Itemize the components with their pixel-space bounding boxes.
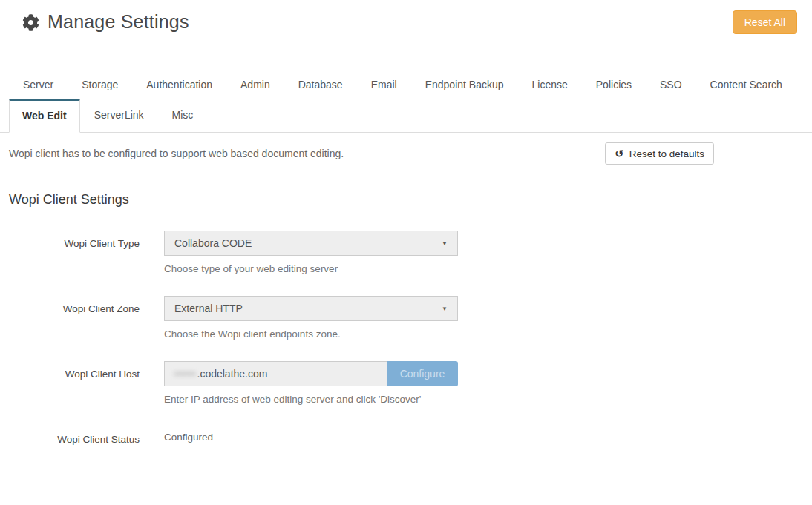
reset-all-button[interactable]: Reset All (733, 10, 797, 34)
page-title: Manage Settings (48, 11, 189, 33)
caret-down-icon: ▼ (442, 306, 448, 312)
wopi-client-host-row: Wopi Client Host ••••• .codelathe.com Co… (9, 361, 797, 405)
tab-admin[interactable]: Admin (226, 71, 284, 99)
tab-endpoint-backup[interactable]: Endpoint Backup (411, 71, 518, 99)
wopi-client-zone-value: External HTTP (174, 303, 243, 314)
tab-sso[interactable]: SSO (646, 71, 696, 99)
subtab-web-edit[interactable]: Web Edit (9, 99, 80, 133)
tab-authentication[interactable]: Authentication (132, 71, 226, 99)
reset-to-defaults-label: Reset to defaults (629, 148, 704, 159)
page-header: Manage Settings Reset All (0, 0, 812, 44)
reset-to-defaults-button[interactable]: ↺ Reset to defaults (605, 142, 714, 165)
redacted-host-prefix: ••••• (174, 368, 197, 380)
tab-database[interactable]: Database (284, 71, 357, 99)
tab-storage[interactable]: Storage (68, 71, 132, 99)
wopi-client-status-label: Wopi Client Status (9, 426, 140, 445)
tab-email[interactable]: Email (357, 71, 411, 99)
wopi-client-status-row: Wopi Client Status Configured (9, 426, 797, 445)
subtab-misc[interactable]: Misc (158, 99, 208, 132)
wopi-client-host-input[interactable]: ••••• .codelathe.com (164, 361, 387, 386)
tab-content-search[interactable]: Content Search (696, 71, 796, 99)
tab-server[interactable]: Server (9, 71, 68, 99)
wopi-client-zone-help: Choose the Wopi client endpoints zone. (164, 329, 458, 340)
wopi-client-type-select[interactable]: Collabora CODE ▼ (164, 231, 458, 256)
wopi-client-host-label: Wopi Client Host (9, 361, 140, 405)
wopi-client-zone-row: Wopi Client Zone External HTTP ▼ Choose … (9, 296, 797, 340)
wopi-settings-form: Wopi Client Type Collabora CODE ▼ Choose… (9, 231, 797, 445)
server-subtabs: Web Edit ServerLink Misc (0, 99, 812, 133)
wopi-client-host-help: Enter IP address of web editing server a… (164, 394, 458, 405)
wopi-client-zone-label: Wopi Client Zone (9, 296, 140, 340)
settings-tabs: Server Storage Authentication Admin Data… (9, 71, 812, 99)
wopi-client-type-value: Collabora CODE (174, 237, 252, 249)
undo-icon: ↺ (615, 148, 623, 159)
section-title: Wopi Client Settings (9, 192, 797, 208)
gear-icon (22, 14, 39, 31)
tab-policies[interactable]: Policies (582, 71, 646, 99)
tab-license[interactable]: License (518, 71, 582, 99)
wopi-client-host-value: .codelathe.com (197, 368, 268, 380)
wopi-client-type-row: Wopi Client Type Collabora CODE ▼ Choose… (9, 231, 797, 274)
web-edit-panel: Wopi client has to be configured to supp… (0, 142, 812, 445)
wopi-client-type-help: Choose type of your web editing server (164, 263, 458, 274)
wopi-client-status-value: Configured (164, 426, 213, 443)
caret-down-icon: ▼ (442, 240, 448, 247)
subtab-serverlink[interactable]: ServerLink (80, 99, 158, 132)
wopi-client-type-label: Wopi Client Type (9, 231, 140, 274)
panel-description: Wopi client has to be configured to supp… (9, 148, 605, 159)
configure-button[interactable]: Configure (387, 361, 458, 386)
wopi-client-zone-select[interactable]: External HTTP ▼ (164, 296, 458, 321)
